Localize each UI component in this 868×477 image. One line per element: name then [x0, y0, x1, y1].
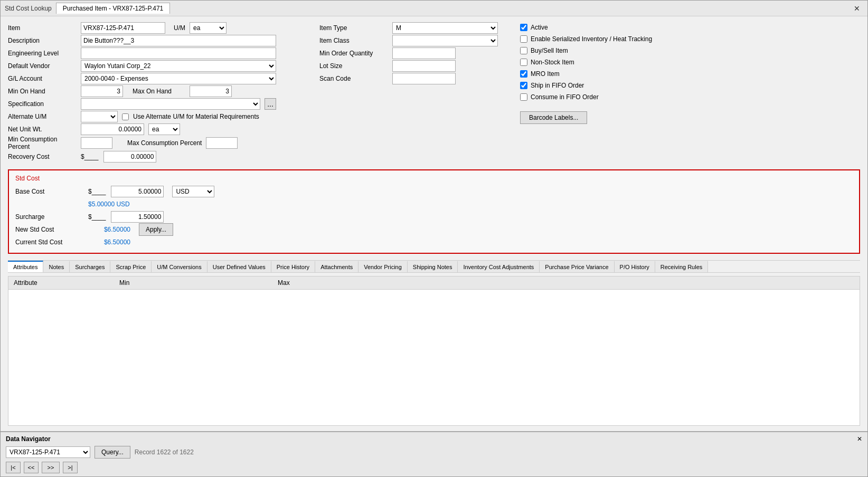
mro-checkbox[interactable]: [520, 70, 527, 78]
apply-button[interactable]: Apply...: [139, 223, 173, 236]
item-class-label: Item Class: [319, 37, 388, 44]
col3: Active Enable Serialized Inventory / Hea…: [520, 22, 860, 163]
mro-row: MRO Item: [520, 68, 860, 80]
item-label: Item: [8, 24, 77, 32]
tab-attachments[interactable]: Attachments: [315, 261, 358, 272]
use-alternate-checkbox[interactable]: [122, 113, 129, 120]
surcharge-input[interactable]: [111, 211, 164, 223]
tab-scrap-price[interactable]: Scrap Price: [110, 261, 152, 272]
nav-buttons-row: |< << >> >|: [6, 462, 862, 473]
tab-inventory-cost-adj[interactable]: Inventory Cost Adjustments: [458, 261, 540, 272]
max-on-hand-label: Max On Hand: [133, 88, 185, 95]
item-class-select[interactable]: [392, 35, 498, 46]
description-input[interactable]: [81, 35, 276, 46]
enable-serialized-row: Enable Serialized Inventory / Heat Track…: [520, 33, 860, 45]
gl-account-select[interactable]: 2000-0040 - Expenses: [81, 73, 276, 84]
ship-fifo-checkbox[interactable]: [520, 82, 527, 89]
lot-size-input[interactable]: [392, 60, 456, 72]
nav-next-button[interactable]: >>: [42, 462, 60, 473]
gl-account-row: G/L Account 2000-0040 - Expenses: [8, 72, 309, 85]
nav-prev-button[interactable]: <<: [24, 462, 39, 473]
min-on-hand-label: Min On Hand: [8, 88, 77, 95]
nav-close-button[interactable]: ✕: [857, 435, 862, 443]
scan-code-input[interactable]: [392, 73, 456, 84]
active-label: Active: [531, 24, 548, 31]
item-input[interactable]: [81, 22, 165, 34]
net-unit-wt-input[interactable]: [81, 123, 144, 135]
um-select[interactable]: ea: [190, 22, 227, 34]
alternate-um-row: Alternate U/M Use Alternate U/M for Mate…: [8, 110, 309, 123]
tab-purchase-price-variance[interactable]: Purchase Price Variance: [540, 261, 614, 272]
col-min-header: Min: [114, 278, 272, 288]
nav-last-button[interactable]: >|: [63, 462, 78, 473]
min-on-hand-input[interactable]: [81, 85, 123, 97]
ship-fifo-label: Ship in FIFO Order: [531, 82, 584, 89]
specification-select[interactable]: [81, 98, 260, 110]
engineering-level-input[interactable]: [81, 47, 276, 59]
engineering-level-label: Engineering Level: [8, 50, 77, 57]
barcode-labels-button[interactable]: Barcode Labels...: [520, 111, 587, 124]
min-order-qty-row: Min Order Quantity: [319, 47, 510, 60]
base-cost-dollar: $____: [88, 188, 106, 195]
tab-po-history[interactable]: P/O History: [615, 261, 655, 272]
default-vendor-select[interactable]: Waylon Yutani Corp_22: [81, 60, 276, 72]
consume-fifo-checkbox[interactable]: [520, 93, 527, 101]
tab-price-history[interactable]: Price History: [271, 261, 315, 272]
max-consumption-input[interactable]: [206, 137, 238, 149]
recovery-cost-label: Recovery Cost: [8, 153, 77, 160]
tab-vendor-pricing[interactable]: Vendor Pricing: [358, 261, 408, 272]
description-row: Description: [8, 34, 309, 47]
nav-controls-row: VRX87-125-P.471 Query... Record 1622 of …: [6, 446, 862, 459]
base-cost-display: $5.00000 USD: [88, 201, 130, 208]
specification-label: Specification: [8, 100, 77, 108]
tab-um-conversions[interactable]: U/M Conversions: [152, 261, 207, 272]
default-vendor-row: Default Vendor Waylon Yutani Corp_22: [8, 60, 309, 72]
enable-serialized-checkbox[interactable]: [520, 35, 527, 43]
base-cost-input[interactable]: [111, 186, 164, 197]
close-button[interactable]: ✕: [851, 3, 863, 14]
nav-title-row: Data Navigator ✕: [6, 435, 862, 443]
main-window: Std Cost Lookup Purchased Item - VRX87-1…: [0, 0, 868, 477]
barcode-btn-wrapper: Barcode Labels...: [520, 108, 860, 124]
item-type-select[interactable]: M: [392, 22, 498, 34]
tab-surcharges[interactable]: Surcharges: [70, 261, 110, 272]
current-std-cost-row: Current Std Cost $6.50000: [15, 236, 853, 249]
min-consumption-input[interactable]: [81, 137, 112, 149]
current-std-cost-label: Current Std Cost: [15, 238, 84, 246]
tab-notes[interactable]: Notes: [43, 261, 70, 272]
title-tab: Purchased Item - VRX87-125-P.471: [56, 3, 171, 14]
tab-user-defined-values[interactable]: User Defined Values: [207, 261, 271, 272]
active-checkbox[interactable]: [520, 24, 527, 31]
enable-serialized-label: Enable Serialized Inventory / Heat Track…: [531, 35, 652, 43]
recovery-cost-input[interactable]: [103, 151, 156, 163]
use-alternate-label: Use Alternate U/M for Material Requireme…: [133, 113, 259, 120]
net-unit-wt-um-select[interactable]: ea: [148, 123, 180, 135]
nav-record-text: Record 1622 of 1622: [135, 449, 194, 456]
scan-code-label: Scan Code: [319, 75, 388, 82]
scan-code-row: Scan Code: [319, 72, 510, 85]
buy-sell-row: Buy/Sell Item: [520, 45, 860, 56]
tab-shipping-notes[interactable]: Shipping Notes: [408, 261, 458, 272]
query-button[interactable]: Query...: [95, 446, 130, 459]
specification-row: Specification ...: [8, 98, 309, 110]
title-bar: Std Cost Lookup Purchased Item - VRX87-1…: [1, 1, 867, 16]
buy-sell-checkbox[interactable]: [520, 47, 527, 54]
nav-item-select[interactable]: VRX87-125-P.471: [6, 446, 90, 458]
tab-attributes[interactable]: Attributes: [8, 261, 43, 272]
max-on-hand-input[interactable]: [190, 85, 232, 97]
net-unit-wt-row: Net Unit Wt. ea: [8, 123, 309, 136]
col2: Item Type M Item Class Min Order Quantit…: [319, 22, 510, 163]
tab-receiving-rules[interactable]: Receiving Rules: [655, 261, 708, 272]
nav-first-button[interactable]: |<: [6, 462, 21, 473]
description-label: Description: [8, 37, 77, 44]
col-attribute-header: Attribute: [8, 278, 114, 288]
non-stock-checkbox[interactable]: [520, 59, 527, 66]
max-consumption-label: Max Consumption Percent: [127, 139, 202, 147]
alternate-um-select[interactable]: [81, 111, 118, 122]
tab-content: Attribute Min Max: [8, 276, 860, 426]
currency-select[interactable]: USD: [172, 186, 214, 197]
new-std-cost-value: $6.50000: [88, 226, 130, 233]
min-max-hand-row: Min On Hand Max On Hand: [8, 85, 309, 98]
min-order-qty-input[interactable]: [392, 47, 456, 59]
specification-btn[interactable]: ...: [265, 98, 276, 110]
